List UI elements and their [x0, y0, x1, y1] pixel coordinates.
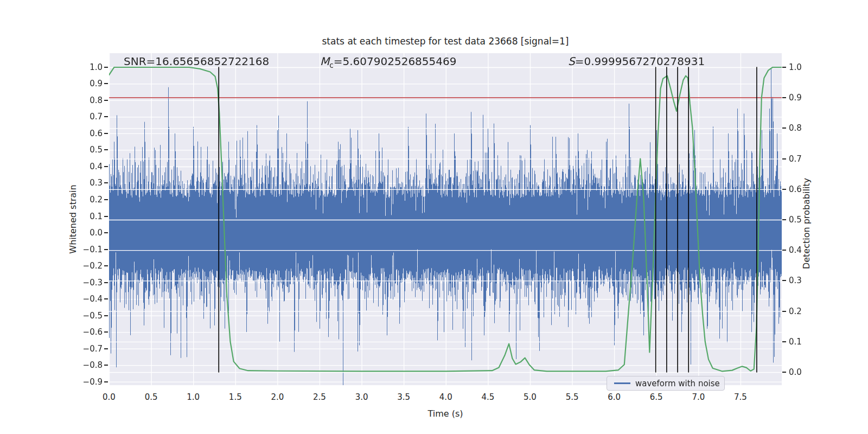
- x-tick-label: 3.5: [387, 392, 420, 403]
- y-left-tick-label: 0.6: [73, 128, 103, 139]
- y-left-tick-mark: [104, 331, 108, 333]
- y-right-tick-mark: [782, 372, 786, 373]
- y-left-tick-mark: [104, 265, 108, 266]
- y-left-tick-label: 0.4: [73, 161, 103, 172]
- y-right-tick-label: 0.6: [789, 184, 816, 195]
- x-tick-label: 5.0: [514, 392, 546, 403]
- y-right-tick-mark: [782, 311, 786, 312]
- y-right-tick-mark: [782, 250, 786, 251]
- y-left-tick-label: −0.7: [73, 343, 103, 354]
- y-left-tick-mark: [104, 315, 108, 316]
- y-left-tick-mark: [104, 365, 108, 366]
- y-left-tick-label: 0.5: [73, 144, 103, 155]
- y-left-tick-label: −0.1: [73, 244, 103, 255]
- y-left-tick-label: 0.1: [73, 211, 103, 222]
- y-right-tick-mark: [782, 341, 786, 342]
- y-right-tick-label: 0.0: [789, 367, 816, 378]
- y-left-tick-label: 0.0: [73, 227, 103, 238]
- y-left-tick-label: −0.5: [73, 310, 103, 321]
- x-tick-label: 4.5: [471, 392, 504, 403]
- y-right-tick-mark: [782, 97, 786, 98]
- x-tick-label: 7.0: [682, 392, 714, 403]
- x-tick-label: 2.0: [261, 392, 293, 403]
- y-left-tick-mark: [104, 216, 108, 217]
- y-left-tick-label: −0.8: [73, 360, 103, 371]
- y-left-tick-label: −0.4: [73, 293, 103, 304]
- x-tick-label: 1.0: [177, 392, 209, 403]
- x-tick-label: 6.0: [598, 392, 630, 403]
- y-left-tick-mark: [104, 282, 108, 283]
- y-right-tick-label: 0.8: [789, 123, 816, 133]
- y-left-tick-mark: [104, 166, 108, 167]
- y-left-tick-mark: [104, 67, 108, 68]
- y-right-tick-mark: [782, 189, 786, 190]
- y-left-tick-mark: [104, 133, 108, 134]
- x-tick-label: 0.0: [93, 392, 125, 403]
- y-right-tick-mark: [782, 158, 786, 159]
- y-left-tick-label: −0.9: [73, 376, 103, 387]
- y-left-tick-mark: [104, 381, 108, 382]
- y-left-tick-mark: [104, 116, 108, 117]
- x-tick-label: 1.5: [219, 392, 252, 403]
- y-right-tick-label: 0.9: [789, 92, 816, 103]
- y-left-tick-label: −0.2: [73, 260, 103, 271]
- y-right-tick-mark: [782, 280, 786, 281]
- x-tick-label: 6.5: [640, 392, 673, 403]
- y-left-tick-label: −0.3: [73, 277, 103, 288]
- legend-line-swatch: [614, 382, 630, 384]
- y-left-tick-label: 0.7: [73, 111, 103, 122]
- y-right-tick-label: 0.7: [789, 154, 816, 164]
- y-right-tick-label: 0.1: [789, 336, 816, 347]
- x-axis-label: Time (s): [109, 409, 782, 419]
- y-left-tick-label: 0.3: [73, 177, 103, 188]
- y-left-tick-mark: [104, 100, 108, 101]
- y-right-tick-label: 0.3: [789, 275, 816, 286]
- y-left-tick-mark: [104, 149, 108, 150]
- significance-annotation: S=0.9999567270278931: [568, 55, 705, 68]
- y-right-tick-mark: [782, 67, 786, 68]
- legend-label: waveform with noise: [635, 379, 720, 388]
- x-tick-label: 3.0: [346, 392, 378, 403]
- legend: waveform with noise: [607, 376, 725, 391]
- y-left-tick-mark: [104, 83, 108, 84]
- y-left-tick-label: 0.8: [73, 95, 103, 106]
- y-left-tick-mark: [104, 348, 108, 349]
- x-tick-label: 2.5: [303, 392, 336, 403]
- y-right-tick-label: 0.4: [789, 245, 816, 256]
- y-right-tick-mark: [782, 127, 786, 129]
- chart-canvas: [109, 53, 782, 385]
- x-tick-label: 7.5: [724, 392, 757, 403]
- x-tick-label: 0.5: [135, 392, 168, 403]
- y-left-tick-mark: [104, 249, 108, 250]
- chart-title: stats at each timestep for test data 236…: [109, 36, 782, 47]
- figure: stats at each timestep for test data 236…: [0, 0, 868, 434]
- plot-area: waveform with noise SNR=16.6565685272216…: [109, 53, 782, 385]
- x-tick-label: 4.0: [430, 392, 462, 403]
- y-left-tick-mark: [104, 298, 108, 299]
- y-right-tick-label: 0.5: [789, 214, 816, 225]
- y-left-tick-mark: [104, 232, 108, 233]
- x-tick-label: 5.5: [556, 392, 589, 403]
- chirp-mass-annotation: Mc=5.607902526855469: [320, 55, 456, 69]
- y-left-tick-label: 1.0: [73, 62, 103, 73]
- y-left-tick-mark: [104, 182, 108, 183]
- y-left-tick-mark: [104, 199, 108, 200]
- y-right-tick-label: 1.0: [789, 62, 816, 73]
- y-left-tick-label: 0.2: [73, 194, 103, 205]
- y-right-tick-label: 0.2: [789, 306, 816, 317]
- y-left-tick-label: −0.6: [73, 327, 103, 337]
- y-right-tick-mark: [782, 219, 786, 220]
- snr-annotation: SNR=16.65656852722168: [124, 55, 269, 68]
- y-left-tick-label: 0.9: [73, 78, 103, 89]
